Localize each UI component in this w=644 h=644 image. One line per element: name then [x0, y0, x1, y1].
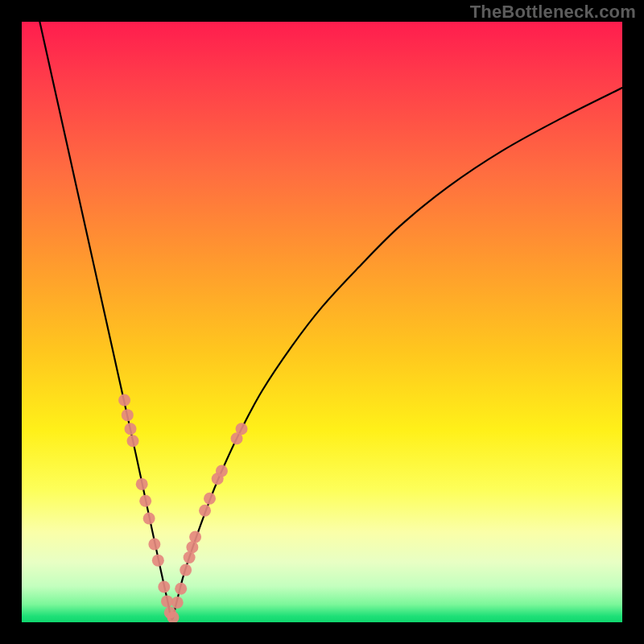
marker-dot: [216, 465, 228, 477]
highlight-markers: [118, 394, 247, 622]
marker-dot: [139, 495, 151, 507]
watermark-text: TheBottleneck.com: [470, 2, 636, 23]
marker-dot: [152, 555, 164, 567]
marker-dot: [204, 493, 216, 505]
marker-dot: [136, 478, 148, 490]
marker-dot: [236, 423, 248, 435]
marker-dot: [122, 409, 134, 421]
plot-area: [22, 22, 622, 622]
marker-dot: [125, 423, 137, 435]
bottleneck-curve-path: [39, 22, 622, 619]
marker-dot: [143, 512, 155, 524]
marker-dot: [148, 539, 160, 551]
marker-dot: [171, 597, 184, 609]
marker-dot: [189, 531, 201, 543]
marker-dot: [186, 541, 198, 553]
marker-dot: [158, 580, 170, 592]
marker-dot: [180, 564, 192, 576]
chart-frame: TheBottleneck.com: [0, 0, 644, 644]
chart-svg: [22, 22, 622, 622]
marker-dot: [161, 595, 173, 607]
marker-dot: [127, 435, 139, 447]
marker-dot: [175, 583, 187, 595]
marker-dot: [184, 551, 196, 564]
marker-dot: [118, 394, 130, 406]
marker-dot: [199, 505, 211, 517]
